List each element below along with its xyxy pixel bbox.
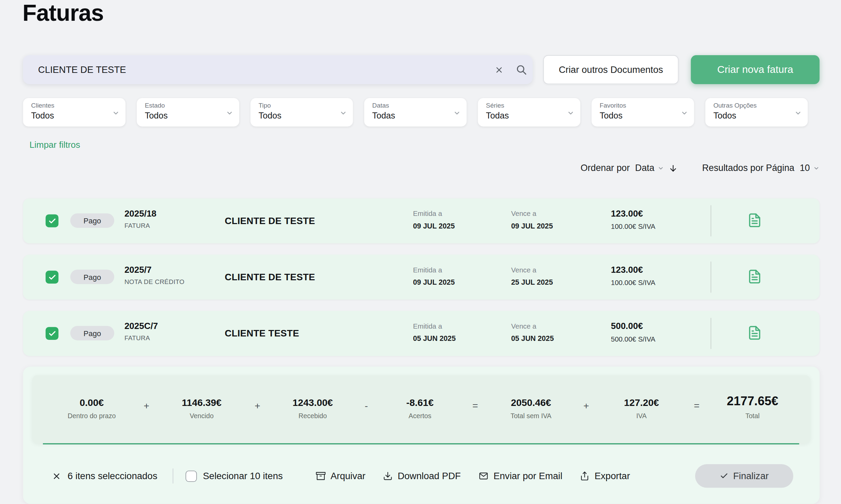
filter-tipo[interactable]: Tipo Todos (250, 98, 353, 126)
export-icon (580, 471, 590, 481)
summary-operator: - (365, 400, 368, 412)
status-badge: Pago (70, 270, 114, 284)
invoice-number-block: 2025/18 FATURA (124, 208, 156, 229)
filter-value: Todos (145, 111, 223, 121)
document-icon[interactable] (747, 212, 762, 228)
send-email-button[interactable]: Enviar por Email (478, 470, 562, 482)
invoice-number-block: 2025/7 NOTA DE CRÉDITO (124, 265, 184, 286)
issued-date: 05 JUN 2025 (413, 334, 456, 343)
chevron-down-icon (112, 109, 120, 117)
row-checkbox[interactable] (46, 327, 59, 340)
summary-label: Total (727, 412, 778, 420)
summary-item: -8.61€ Acertos (406, 397, 433, 420)
due-date: 09 JUL 2025 (511, 222, 553, 230)
archive-button[interactable]: Arquivar (316, 470, 365, 482)
chevron-down-icon (794, 109, 802, 117)
filter-label: Favoritos (600, 102, 678, 109)
filter-label: Tipo (259, 102, 337, 109)
issued-label: Emitida a (413, 266, 455, 274)
filter-label: Estado (145, 102, 223, 109)
export-button[interactable]: Exportar (580, 470, 630, 482)
archive-icon (316, 471, 325, 481)
client-name: CLIENTE DE TESTE (225, 255, 315, 300)
create-invoice-button[interactable]: Criar nova fatura (691, 55, 820, 84)
due-date: 05 JUN 2025 (511, 334, 554, 343)
client-name: CLIENTE TESTE (225, 311, 299, 356)
filter-value: Todos (713, 111, 792, 121)
select-all-label: Selecionar 10 itens (203, 470, 282, 482)
subtotal-amount: 500.00€ S/IVA (611, 335, 655, 343)
summary-value: -8.61€ (406, 397, 433, 408)
clear-filters-link[interactable]: Limpar filtros (30, 140, 80, 150)
faturas-page: Faturas Criar outros Documentos Criar no… (0, 0, 841, 504)
download-pdf-button[interactable]: Download PDF (383, 470, 461, 482)
status-badge: Pago (70, 326, 114, 340)
page-title: Faturas (22, 0, 104, 26)
issued-date-block: Emitida a 09 JUL 2025 (413, 209, 455, 230)
chevron-down-icon (813, 165, 820, 172)
clear-selection-icon[interactable] (52, 472, 61, 480)
chevron-down-icon (226, 109, 233, 117)
invoice-row[interactable]: Pago 2025C/7 FATURA CLIENTE TESTE Emitid… (23, 311, 820, 356)
check-icon (720, 472, 728, 480)
chevron-down-icon (567, 109, 575, 117)
filter-clientes[interactable]: Clientes Todos (23, 98, 126, 126)
clear-search-icon[interactable] (488, 55, 510, 84)
invoice-row[interactable]: Pago 2025/18 FATURA CLIENTE DE TESTE Emi… (23, 198, 820, 243)
amount-block: 123.00€ 100.00€ S/IVA (611, 265, 655, 287)
select-all-checkbox[interactable] (186, 470, 197, 482)
due-date: 25 JUL 2025 (511, 278, 553, 286)
chevron-down-icon (339, 109, 347, 117)
row-checkbox[interactable] (46, 215, 59, 227)
due-label: Vence a (511, 209, 553, 218)
summary-item-total: 2177.65€ Total (727, 394, 778, 420)
filter-value: Todas (372, 111, 450, 121)
document-icon[interactable] (747, 325, 762, 341)
search-bar[interactable] (23, 55, 533, 84)
filter-favoritos[interactable]: Favoritos Todos (592, 98, 694, 126)
invoice-type: FATURA (124, 334, 158, 342)
summary-item: 1146.39€ Vencido (182, 397, 222, 420)
filter-outras-opcoes[interactable]: Outras Opções Todos (705, 98, 808, 126)
filter-value: Todos (600, 111, 678, 121)
totals-strip: 0.00€ Dentro do prazo + 1146.39€ Vencido… (32, 375, 810, 443)
invoice-number-block: 2025C/7 FATURA (124, 321, 158, 342)
issued-label: Emitida a (413, 322, 456, 330)
invoice-row[interactable]: Pago 2025/7 NOTA DE CRÉDITO CLIENTE DE T… (23, 255, 820, 300)
sort-direction-button[interactable] (669, 164, 677, 173)
summary-value: 1243.00€ (293, 397, 333, 408)
finalize-button[interactable]: Finalizar (695, 464, 793, 488)
filter-label: Clientes (31, 102, 109, 109)
summary-operator: + (255, 400, 260, 412)
summary-operator: = (694, 400, 700, 412)
filter-series[interactable]: Séries Todas (478, 98, 580, 126)
chevron-down-icon (658, 165, 664, 172)
check-icon (48, 273, 56, 281)
filter-datas[interactable]: Datas Todas (364, 98, 467, 126)
search-input[interactable] (23, 55, 488, 84)
download-icon (383, 471, 393, 481)
top-bar: Criar outros Documentos Criar nova fatur… (23, 55, 820, 84)
search-icon[interactable] (510, 55, 533, 84)
list-controls: Ordenar por Data Resultados por Página 1… (581, 163, 820, 173)
filter-estado[interactable]: Estado Todos (137, 98, 239, 126)
row-checkbox[interactable] (46, 271, 59, 284)
summary-label: Recebido (293, 412, 333, 420)
summary-label: Dentro do prazo (68, 412, 116, 420)
summary-value: 2050.46€ (510, 397, 551, 408)
create-other-documents-button[interactable]: Criar outros Documentos (543, 55, 678, 84)
per-page-dropdown[interactable]: 10 (800, 163, 820, 173)
summary-underline (43, 443, 799, 444)
summary-value: 2177.65€ (727, 394, 778, 408)
row-divider (711, 318, 712, 349)
invoice-number: 2025/18 (124, 208, 156, 219)
total-amount: 500.00€ (611, 321, 655, 331)
issued-date-block: Emitida a 05 JUN 2025 (413, 322, 456, 343)
filter-value: Todos (259, 111, 337, 121)
status-badge: Pago (70, 213, 114, 227)
summary-value: 0.00€ (68, 397, 116, 408)
sort-value-dropdown[interactable]: Data (635, 163, 664, 173)
summary-item: 0.00€ Dentro do prazo (68, 397, 116, 420)
total-amount: 123.00€ (611, 265, 655, 275)
document-icon[interactable] (747, 269, 762, 285)
